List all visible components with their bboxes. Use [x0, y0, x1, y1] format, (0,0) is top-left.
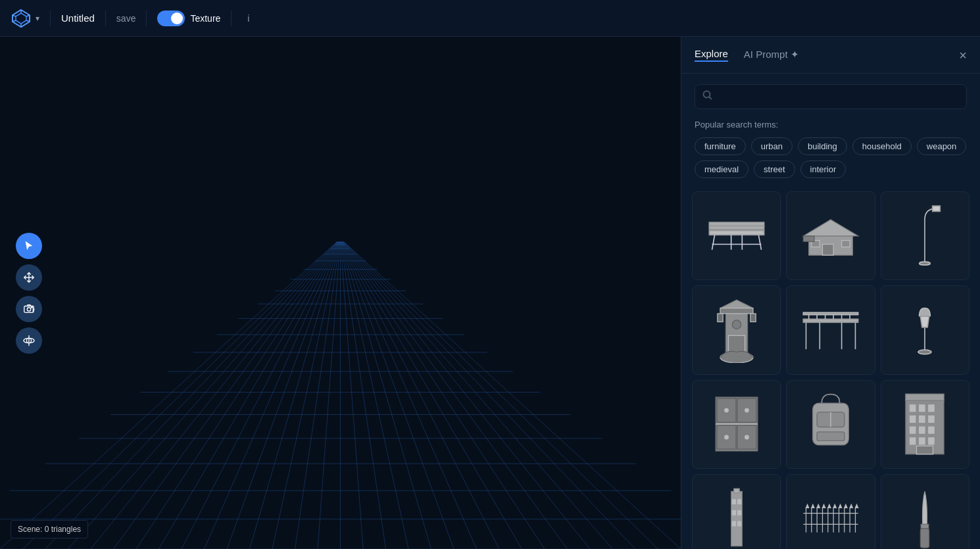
save-button[interactable]: save [116, 13, 136, 24]
svg-rect-77 [919, 405, 925, 412]
svg-point-69 [745, 436, 748, 439]
svg-rect-81 [929, 416, 934, 423]
svg-point-59 [918, 350, 931, 354]
model-card-tower2[interactable] [692, 474, 781, 549]
texture-toggle[interactable] [157, 11, 185, 26]
search-input[interactable] [695, 84, 967, 109]
model-card-building[interactable] [881, 380, 969, 469]
logo-icon [11, 8, 32, 29]
svg-marker-1 [16, 13, 26, 24]
model-card-lamp-post[interactable] [881, 191, 969, 280]
svg-rect-120 [921, 529, 929, 548]
svg-rect-20 [709, 230, 764, 235]
grid-canvas [0, 37, 681, 549]
tab-ai-prompt[interactable]: AI Prompt ✦ [744, 49, 799, 62]
svg-rect-39 [720, 308, 753, 314]
svg-line-22 [758, 235, 761, 249]
svg-rect-33 [803, 236, 814, 241]
svg-marker-29 [803, 220, 858, 236]
svg-rect-78 [929, 405, 934, 412]
model-card-bench[interactable] [692, 191, 781, 280]
svg-rect-32 [842, 240, 850, 247]
svg-rect-92 [737, 499, 741, 504]
svg-rect-83 [919, 427, 925, 433]
svg-marker-58 [921, 316, 929, 327]
orbit-tool-button[interactable] [16, 327, 42, 354]
camera-icon [23, 303, 35, 315]
svg-marker-109 [806, 504, 808, 508]
svg-rect-30 [822, 244, 833, 255]
right-panel: Explore AI Prompt ✦ × Popular search ter… [681, 37, 980, 549]
header-divider-4 [231, 11, 232, 26]
model-card-cabinet[interactable] [692, 380, 781, 469]
svg-marker-116 [845, 504, 847, 508]
model-card-tower[interactable] [692, 285, 781, 374]
items-grid[interactable] [681, 189, 980, 549]
viewport[interactable]: Scene: 0 triangles [0, 37, 681, 549]
svg-rect-26 [709, 226, 764, 229]
model-card-knife[interactable] [881, 474, 969, 549]
svg-point-18 [704, 91, 710, 98]
svg-rect-119 [921, 524, 929, 529]
model-card-floor-lamp[interactable] [881, 285, 969, 374]
tab-explore[interactable]: Explore [695, 48, 728, 62]
svg-point-36 [919, 262, 931, 265]
main-area: Scene: 0 triangles Explore AI Prompt ✦ × [0, 37, 980, 549]
svg-point-68 [724, 436, 727, 439]
panel-close-button[interactable]: × [959, 49, 967, 62]
pan-icon [23, 272, 35, 283]
header-divider-3 [146, 11, 147, 26]
svg-rect-88 [917, 446, 933, 454]
svg-rect-93 [732, 510, 735, 515]
texture-toggle-area: Texture [157, 11, 220, 26]
logo-chevron: ▾ [36, 14, 39, 23]
svg-rect-94 [737, 510, 741, 515]
panel-header: Explore AI Prompt ✦ × [681, 37, 980, 74]
grid-inner [692, 191, 969, 549]
svg-rect-35 [933, 206, 941, 211]
svg-rect-40 [718, 314, 723, 322]
popular-label: Popular search terms: [695, 120, 967, 130]
model-card-backpack[interactable] [786, 380, 875, 469]
document-title[interactable]: Untitled [61, 12, 95, 24]
tag-building[interactable]: building [798, 137, 847, 155]
tag-interior[interactable]: interior [800, 160, 846, 178]
model-card-house[interactable] [786, 191, 875, 280]
svg-marker-110 [812, 504, 814, 508]
svg-marker-112 [822, 504, 825, 508]
svg-point-11 [27, 307, 30, 310]
popular-section: Popular search terms: furnitureurbanbuil… [681, 120, 980, 189]
svg-rect-84 [929, 427, 934, 433]
tag-household[interactable]: household [852, 137, 912, 155]
model-card-pergola[interactable] [786, 285, 875, 374]
camera-tool-button[interactable] [16, 296, 42, 322]
svg-rect-41 [750, 314, 755, 322]
info-button[interactable]: i [247, 13, 249, 24]
tag-urban[interactable]: urban [751, 137, 793, 155]
svg-rect-86 [919, 438, 925, 444]
svg-rect-27 [709, 222, 764, 226]
svg-rect-80 [919, 416, 925, 423]
cursor-tool-button[interactable] [16, 233, 42, 259]
tag-street[interactable]: street [754, 160, 795, 178]
tag-weapon[interactable]: weapon [917, 137, 967, 155]
svg-rect-87 [929, 438, 934, 444]
logo[interactable]: ▾ [11, 8, 39, 29]
svg-line-21 [712, 235, 714, 249]
tool-buttons [16, 233, 42, 354]
svg-marker-38 [720, 300, 753, 308]
header-divider-1 [50, 11, 51, 26]
svg-marker-118 [855, 504, 858, 508]
svg-rect-79 [910, 416, 916, 423]
tag-medieval[interactable]: medieval [695, 160, 748, 178]
svg-rect-75 [906, 394, 944, 400]
svg-point-67 [745, 409, 748, 412]
pan-tool-button[interactable] [16, 264, 42, 291]
model-card-fence[interactable] [786, 474, 875, 549]
svg-marker-111 [817, 504, 820, 508]
svg-rect-49 [803, 319, 858, 322]
svg-marker-114 [833, 504, 836, 508]
tag-furniture[interactable]: furniture [695, 137, 746, 155]
svg-point-66 [724, 409, 727, 412]
svg-rect-82 [910, 427, 916, 433]
